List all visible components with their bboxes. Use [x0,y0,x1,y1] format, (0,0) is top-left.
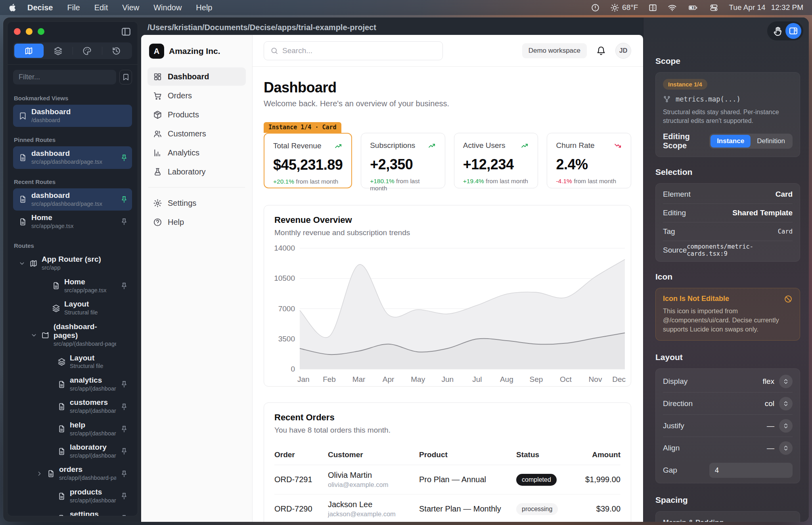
bookmarked-item[interactable]: Dashboard/dashboard [13,105,132,127]
metric-card[interactable]: Total Revenue $45,231.89 +20.1% from las… [264,133,352,188]
shell-alert-icon[interactable] [591,3,600,12]
menu-item[interactable]: Decise [20,3,60,12]
weather-status[interactable]: 68°F [610,3,638,12]
bell-icon[interactable] [596,46,606,56]
menu-item[interactable]: View [115,3,146,12]
table-row[interactable]: ORD-7290 Jackson Lee jackson@example.com… [274,494,620,522]
time-label: 12:32 PM [771,3,803,12]
sidebar-toggle-icon[interactable] [120,27,132,37]
nav-item[interactable]: Dashboard [147,67,246,86]
stepper-button[interactable] [779,419,793,433]
route-tree-item[interactable]: laboratorysrc/app/(dashboard-pages)/... [13,440,132,462]
pointer-hand-icon[interactable] [773,26,783,36]
page-title: Dashboard [264,79,631,96]
pin-icon[interactable] [120,282,128,290]
menu-item[interactable]: Edit [87,3,115,12]
layout-heading: Layout [655,353,800,362]
tab-theme[interactable] [73,44,102,58]
revenue-chart: 0350070001050014000JanFebMarAprMayJunJul… [274,241,627,384]
nav-item[interactable]: Analytics [147,144,246,162]
instance-badge: Instance 1/4 [663,79,707,90]
nav-label: Settings [168,199,196,208]
metric-card[interactable]: Churn Rate 2.4% -4.1% from last month [547,133,631,188]
tab-layers[interactable] [44,44,73,58]
search-input[interactable] [282,46,436,55]
nav-item[interactable]: Settings [147,194,246,212]
metric-card[interactable]: Subscriptions +2,350 +180.1% from last m… [361,133,445,188]
filter-input[interactable] [13,70,116,84]
pin-icon[interactable] [120,514,128,516]
stepper-button[interactable] [779,397,793,410]
pin-icon[interactable] [120,492,128,500]
pinned-route-item[interactable]: dashboardsrc/app/dashboard/page.tsx [13,146,132,169]
revenue-overview-card[interactable]: Revenue Overview Monthly revenue and sub… [264,205,631,387]
gap-input[interactable]: 4 [709,463,793,478]
battery-icon[interactable] [687,3,699,12]
spacing-heading: Spacing [655,495,800,505]
tab-routes[interactable] [14,44,44,58]
apple-icon[interactable] [9,3,16,12]
route-tree-item[interactable]: settingssrc/app/(dashboard-pages)/... [13,507,132,516]
display-split-icon[interactable] [648,3,657,12]
product-cell: Starter Plan — Monthly [419,494,516,522]
route-tree-item[interactable]: Homesrc/app/page.tsx [13,275,132,297]
recent-route-item[interactable]: Homesrc/app/page.tsx [13,211,132,233]
nav-item[interactable]: Customers [147,125,246,143]
chevron-down-icon[interactable] [31,332,37,339]
search-box[interactable] [264,41,443,60]
pin-icon[interactable] [120,154,128,162]
nav-icon [153,218,162,227]
route-tree-item[interactable]: App Router (src)src/app [13,252,132,274]
control-center-icon[interactable] [709,3,718,12]
recent-route-item[interactable]: dashboardsrc/app/dashboard/page.tsx [13,188,132,211]
tab-history[interactable] [102,44,131,58]
scope-option[interactable]: Definition [751,135,791,148]
route-tree-item[interactable]: productssrc/app/(dashboard-pages)/... [13,485,132,507]
menu-item[interactable]: Window [146,3,189,12]
recent-orders-card[interactable]: Recent Orders You have 8 total orders th… [264,402,631,522]
chevron-right-icon[interactable] [36,470,43,477]
bookmarks-button[interactable] [119,70,132,84]
col-amount: Amount [576,446,620,465]
nav-item[interactable]: Help [147,213,246,231]
chevron-down-icon[interactable] [19,260,25,267]
chart-subtitle: Monthly revenue and subscription trends [274,228,620,237]
pin-icon[interactable] [120,425,128,433]
app-preview: A Amazing Inc. Dashboard Orders Product [141,35,643,522]
clock[interactable]: Tue Apr 14 12:32 PM [729,3,803,12]
route-tree-item[interactable]: (dashboard-pages)src/app/(dashboard-page… [13,320,132,351]
nav-item[interactable]: Orders [147,86,246,105]
route-tree-item[interactable]: LayoutStructural file [13,351,132,373]
pin-icon[interactable] [120,218,128,226]
stepper-button[interactable] [779,441,793,455]
workspace-switcher[interactable]: Demo workspace [522,43,587,58]
stepper-button[interactable] [779,375,793,388]
menu-item[interactable]: File [60,3,87,12]
minimize-button[interactable] [26,28,33,35]
zoom-button[interactable] [38,28,44,35]
pin-icon[interactable] [120,195,128,203]
close-button[interactable] [14,28,21,35]
window-controls [14,28,44,35]
inspect-panel-button[interactable] [785,23,801,39]
route-tree-item[interactable]: analyticssrc/app/(dashboard-pages)/... [13,373,132,395]
route-type-icon [57,514,66,516]
scope-option[interactable]: Instance [710,135,751,148]
route-tree-item[interactable]: customerssrc/app/(dashboard-pages)/... [13,395,132,418]
nav-item[interactable]: Laboratory [147,163,246,181]
menu-item[interactable]: Help [189,3,219,12]
pin-icon[interactable] [120,380,128,388]
avatar[interactable]: JD [615,43,631,59]
table-row[interactable]: ORD-7291 Olivia Martin olivia@example.co… [274,465,620,494]
pin-icon[interactable] [120,447,128,455]
brand[interactable]: A Amazing Inc. [147,42,246,67]
route-tree-item[interactable]: helpsrc/app/(dashboard-pages)/... [13,418,132,440]
wifi-icon[interactable] [668,3,677,12]
pin-icon[interactable] [120,470,128,478]
metric-card[interactable]: Active Users +12,234 +19.4% from last mo… [454,133,538,188]
panel-right-icon [789,26,798,36]
nav-item[interactable]: Products [147,105,246,124]
pin-icon[interactable] [120,403,128,411]
route-tree-item[interactable]: LayoutStructural file [13,297,132,319]
route-tree-item[interactable]: orderssrc/app/(dashboard-pages)/... [13,462,132,485]
